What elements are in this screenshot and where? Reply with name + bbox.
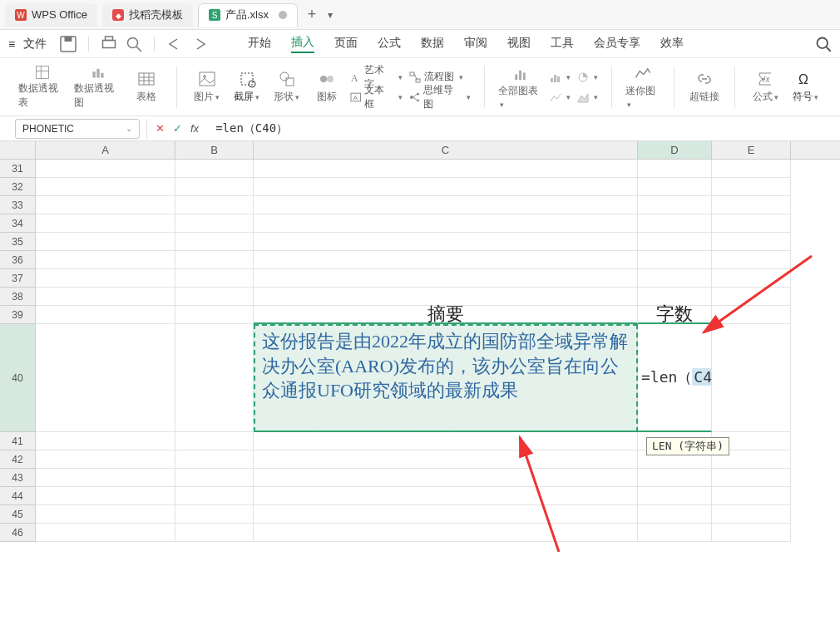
select-all-corner[interactable] <box>0 141 36 159</box>
cell[interactable] <box>254 214 638 233</box>
sparkline-button[interactable]: 迷你图▾ <box>622 63 664 111</box>
save-icon[interactable] <box>58 34 78 54</box>
cell[interactable] <box>175 160 254 178</box>
cell[interactable] <box>254 178 638 196</box>
mindmap-button[interactable]: 思维导图▾ <box>406 88 475 106</box>
cell[interactable] <box>712 524 791 542</box>
col-header[interactable]: E <box>712 141 791 159</box>
tab-document[interactable]: S 产品.xlsx <box>198 3 298 27</box>
tab-template[interactable]: ◆ 找稻壳模板 <box>102 3 193 27</box>
cell[interactable] <box>175 487 254 505</box>
chart-style-1[interactable]: ▾ <box>546 68 574 86</box>
chevron-down-icon[interactable]: ⌄ <box>126 124 132 133</box>
cell[interactable] <box>638 487 712 505</box>
menu-data[interactable]: 数据 <box>421 36 444 52</box>
name-box[interactable]: PHONETIC ⌄ <box>15 119 140 139</box>
row-header[interactable]: 36 <box>0 251 36 269</box>
col-header[interactable]: D <box>638 141 712 159</box>
cell[interactable] <box>36 269 175 288</box>
cell[interactable] <box>36 469 175 487</box>
cell[interactable] <box>36 505 175 524</box>
cell[interactable] <box>712 505 791 524</box>
col-header[interactable]: C <box>254 141 638 159</box>
chart-style-4[interactable]: ▾ <box>574 88 601 106</box>
pivot-chart-button[interactable]: 数据透视图 <box>71 63 126 111</box>
chart-style-3[interactable]: ▾ <box>574 68 601 86</box>
redo-icon[interactable] <box>190 34 210 54</box>
row-header[interactable]: 43 <box>0 469 36 487</box>
cell[interactable] <box>36 178 175 196</box>
cell[interactable] <box>36 324 175 432</box>
menu-start[interactable]: 开始 <box>248 36 271 52</box>
cell[interactable] <box>175 233 254 251</box>
accept-formula-icon[interactable]: ✓ <box>173 122 182 135</box>
close-icon[interactable] <box>279 11 287 19</box>
col-header[interactable]: B <box>175 141 254 159</box>
symbol-button[interactable]: Ω符号▾ <box>785 63 825 111</box>
cell[interactable] <box>254 251 638 269</box>
tab-wps-office[interactable]: W WPS Office <box>5 3 97 27</box>
row-header[interactable]: 33 <box>0 196 36 214</box>
cell[interactable] <box>36 432 175 450</box>
cell[interactable] <box>712 306 791 324</box>
cell[interactable] <box>712 469 791 487</box>
cell[interactable] <box>638 233 712 251</box>
cell[interactable] <box>36 306 175 324</box>
cell[interactable] <box>36 288 175 306</box>
row-header[interactable]: 35 <box>0 233 36 251</box>
row-header[interactable]: 32 <box>0 178 36 196</box>
cell[interactable] <box>712 214 791 233</box>
cell[interactable] <box>712 178 791 196</box>
cell[interactable] <box>175 306 254 324</box>
cell[interactable] <box>175 214 254 233</box>
row-header[interactable]: 31 <box>0 160 36 178</box>
cell[interactable] <box>638 251 712 269</box>
print-icon[interactable] <box>99 34 119 54</box>
cell[interactable] <box>175 324 254 432</box>
cell[interactable] <box>254 432 638 450</box>
cell[interactable] <box>175 196 254 214</box>
cell[interactable] <box>638 505 712 524</box>
menu-efficiency[interactable]: 效率 <box>660 36 684 52</box>
cell[interactable] <box>36 487 175 505</box>
undo-icon[interactable] <box>165 34 185 54</box>
print-preview-icon[interactable] <box>124 34 144 54</box>
row-header[interactable]: 42 <box>0 450 36 469</box>
cell[interactable] <box>36 196 175 214</box>
row-header[interactable]: 46 <box>0 524 36 542</box>
cell[interactable] <box>638 178 712 196</box>
cell[interactable] <box>175 505 254 524</box>
cell[interactable] <box>712 269 791 288</box>
row-header[interactable]: 38 <box>0 288 36 306</box>
chart-style-2[interactable]: ▾ <box>546 88 574 106</box>
menu-tools[interactable]: 工具 <box>551 36 574 52</box>
cell[interactable] <box>175 450 254 469</box>
cell[interactable] <box>712 233 791 251</box>
cell[interactable] <box>712 487 791 505</box>
cell[interactable] <box>36 160 175 178</box>
cell[interactable] <box>254 269 638 288</box>
menu-formula[interactable]: 公式 <box>378 36 401 52</box>
cell[interactable] <box>638 524 712 542</box>
cell[interactable] <box>254 450 638 469</box>
hamburger-icon[interactable]: ≡ <box>8 37 15 51</box>
cell[interactable] <box>36 233 175 251</box>
cell[interactable] <box>175 178 254 196</box>
fx-icon[interactable]: fx <box>190 122 199 135</box>
cell[interactable] <box>254 160 638 178</box>
cell[interactable] <box>254 196 638 214</box>
crop-button[interactable]: 截屏▾ <box>227 63 267 111</box>
cell[interactable] <box>175 469 254 487</box>
formula-button[interactable]: √x公式▾ <box>745 63 785 111</box>
cell[interactable]: 字数 <box>638 306 712 324</box>
cancel-formula-icon[interactable]: ✕ <box>156 122 165 135</box>
icons-button[interactable]: 图标 <box>307 63 347 111</box>
cell[interactable] <box>175 269 254 288</box>
row-header[interactable]: 39 <box>0 306 36 324</box>
cell[interactable] <box>254 469 638 487</box>
cell[interactable] <box>712 251 791 269</box>
cell[interactable] <box>712 196 791 214</box>
cell[interactable] <box>36 524 175 542</box>
cell[interactable] <box>638 214 712 233</box>
row-header[interactable]: 34 <box>0 214 36 233</box>
